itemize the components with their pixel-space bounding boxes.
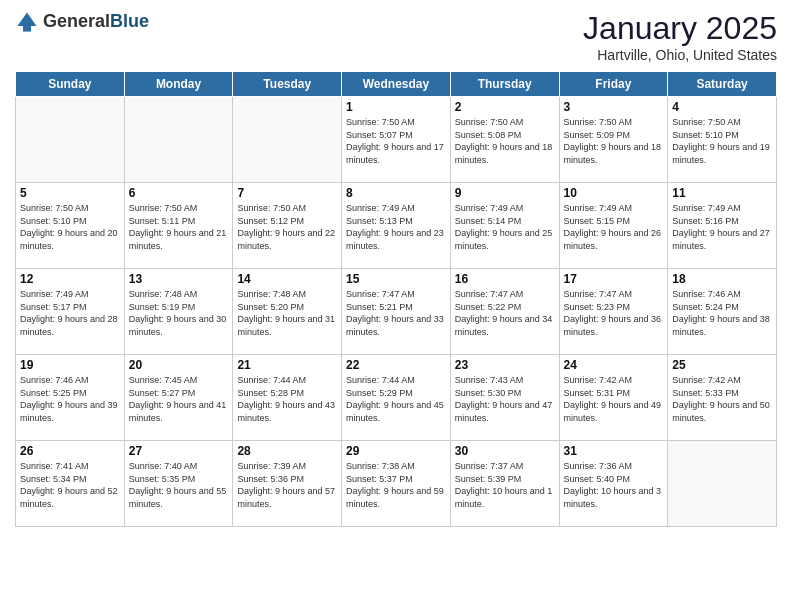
cal-cell: 6Sunrise: 7:50 AM Sunset: 5:11 PM Daylig… [124, 183, 233, 269]
cell-info: Sunrise: 7:49 AM Sunset: 5:17 PM Dayligh… [20, 288, 120, 338]
cal-cell: 30Sunrise: 7:37 AM Sunset: 5:39 PM Dayli… [450, 441, 559, 527]
svg-rect-1 [23, 26, 31, 32]
cal-cell: 25Sunrise: 7:42 AM Sunset: 5:33 PM Dayli… [668, 355, 777, 441]
cal-cell: 31Sunrise: 7:36 AM Sunset: 5:40 PM Dayli… [559, 441, 668, 527]
cal-cell: 15Sunrise: 7:47 AM Sunset: 5:21 PM Dayli… [342, 269, 451, 355]
cal-cell: 21Sunrise: 7:44 AM Sunset: 5:28 PM Dayli… [233, 355, 342, 441]
cell-info: Sunrise: 7:50 AM Sunset: 5:10 PM Dayligh… [20, 202, 120, 252]
cell-info: Sunrise: 7:47 AM Sunset: 5:23 PM Dayligh… [564, 288, 664, 338]
cell-info: Sunrise: 7:39 AM Sunset: 5:36 PM Dayligh… [237, 460, 337, 510]
day-number: 18 [672, 272, 772, 286]
day-number: 24 [564, 358, 664, 372]
day-number: 14 [237, 272, 337, 286]
day-number: 5 [20, 186, 120, 200]
day-number: 17 [564, 272, 664, 286]
cal-cell: 22Sunrise: 7:44 AM Sunset: 5:29 PM Dayli… [342, 355, 451, 441]
cell-info: Sunrise: 7:47 AM Sunset: 5:21 PM Dayligh… [346, 288, 446, 338]
day-number: 31 [564, 444, 664, 458]
cell-info: Sunrise: 7:44 AM Sunset: 5:29 PM Dayligh… [346, 374, 446, 424]
location-subtitle: Hartville, Ohio, United States [583, 47, 777, 63]
cell-info: Sunrise: 7:40 AM Sunset: 5:35 PM Dayligh… [129, 460, 229, 510]
cal-cell: 14Sunrise: 7:48 AM Sunset: 5:20 PM Dayli… [233, 269, 342, 355]
day-number: 8 [346, 186, 446, 200]
cell-info: Sunrise: 7:50 AM Sunset: 5:12 PM Dayligh… [237, 202, 337, 252]
day-header-tuesday: Tuesday [233, 72, 342, 97]
cal-cell: 9Sunrise: 7:49 AM Sunset: 5:14 PM Daylig… [450, 183, 559, 269]
calendar-week-5: 26Sunrise: 7:41 AM Sunset: 5:34 PM Dayli… [16, 441, 777, 527]
header: GeneralBlue January 2025 Hartville, Ohio… [15, 10, 777, 63]
cal-cell [668, 441, 777, 527]
cell-info: Sunrise: 7:46 AM Sunset: 5:25 PM Dayligh… [20, 374, 120, 424]
cell-info: Sunrise: 7:50 AM Sunset: 5:10 PM Dayligh… [672, 116, 772, 166]
cell-info: Sunrise: 7:48 AM Sunset: 5:20 PM Dayligh… [237, 288, 337, 338]
cal-cell: 28Sunrise: 7:39 AM Sunset: 5:36 PM Dayli… [233, 441, 342, 527]
day-number: 10 [564, 186, 664, 200]
day-number: 26 [20, 444, 120, 458]
cell-info: Sunrise: 7:42 AM Sunset: 5:31 PM Dayligh… [564, 374, 664, 424]
cal-cell: 8Sunrise: 7:49 AM Sunset: 5:13 PM Daylig… [342, 183, 451, 269]
cell-info: Sunrise: 7:50 AM Sunset: 5:09 PM Dayligh… [564, 116, 664, 166]
cell-info: Sunrise: 7:50 AM Sunset: 5:11 PM Dayligh… [129, 202, 229, 252]
cal-cell: 17Sunrise: 7:47 AM Sunset: 5:23 PM Dayli… [559, 269, 668, 355]
day-header-monday: Monday [124, 72, 233, 97]
day-number: 7 [237, 186, 337, 200]
day-number: 12 [20, 272, 120, 286]
day-number: 23 [455, 358, 555, 372]
day-number: 15 [346, 272, 446, 286]
cell-info: Sunrise: 7:45 AM Sunset: 5:27 PM Dayligh… [129, 374, 229, 424]
calendar-week-1: 1Sunrise: 7:50 AM Sunset: 5:07 PM Daylig… [16, 97, 777, 183]
day-number: 3 [564, 100, 664, 114]
day-number: 2 [455, 100, 555, 114]
cal-cell: 11Sunrise: 7:49 AM Sunset: 5:16 PM Dayli… [668, 183, 777, 269]
cell-info: Sunrise: 7:41 AM Sunset: 5:34 PM Dayligh… [20, 460, 120, 510]
cal-cell: 16Sunrise: 7:47 AM Sunset: 5:22 PM Dayli… [450, 269, 559, 355]
day-number: 29 [346, 444, 446, 458]
cell-info: Sunrise: 7:44 AM Sunset: 5:28 PM Dayligh… [237, 374, 337, 424]
day-header-sunday: Sunday [16, 72, 125, 97]
day-number: 22 [346, 358, 446, 372]
cal-cell: 26Sunrise: 7:41 AM Sunset: 5:34 PM Dayli… [16, 441, 125, 527]
cal-cell: 29Sunrise: 7:38 AM Sunset: 5:37 PM Dayli… [342, 441, 451, 527]
cal-cell: 5Sunrise: 7:50 AM Sunset: 5:10 PM Daylig… [16, 183, 125, 269]
svg-marker-0 [17, 12, 36, 26]
cal-cell: 7Sunrise: 7:50 AM Sunset: 5:12 PM Daylig… [233, 183, 342, 269]
cal-cell: 3Sunrise: 7:50 AM Sunset: 5:09 PM Daylig… [559, 97, 668, 183]
calendar-week-2: 5Sunrise: 7:50 AM Sunset: 5:10 PM Daylig… [16, 183, 777, 269]
logo-text: GeneralBlue [43, 12, 149, 32]
logo-icon [15, 10, 39, 34]
cal-cell [233, 97, 342, 183]
cal-cell: 13Sunrise: 7:48 AM Sunset: 5:19 PM Dayli… [124, 269, 233, 355]
day-number: 11 [672, 186, 772, 200]
day-number: 28 [237, 444, 337, 458]
day-number: 21 [237, 358, 337, 372]
day-number: 20 [129, 358, 229, 372]
cell-info: Sunrise: 7:48 AM Sunset: 5:19 PM Dayligh… [129, 288, 229, 338]
cell-info: Sunrise: 7:49 AM Sunset: 5:16 PM Dayligh… [672, 202, 772, 252]
logo: GeneralBlue [15, 10, 149, 34]
cal-cell: 20Sunrise: 7:45 AM Sunset: 5:27 PM Dayli… [124, 355, 233, 441]
day-number: 27 [129, 444, 229, 458]
logo-general: General [43, 12, 110, 32]
calendar-week-4: 19Sunrise: 7:46 AM Sunset: 5:25 PM Dayli… [16, 355, 777, 441]
day-number: 16 [455, 272, 555, 286]
cal-cell: 18Sunrise: 7:46 AM Sunset: 5:24 PM Dayli… [668, 269, 777, 355]
cell-info: Sunrise: 7:43 AM Sunset: 5:30 PM Dayligh… [455, 374, 555, 424]
calendar-table: SundayMondayTuesdayWednesdayThursdayFrid… [15, 71, 777, 527]
cell-info: Sunrise: 7:50 AM Sunset: 5:08 PM Dayligh… [455, 116, 555, 166]
calendar-container: GeneralBlue January 2025 Hartville, Ohio… [0, 0, 792, 532]
day-header-saturday: Saturday [668, 72, 777, 97]
cell-info: Sunrise: 7:46 AM Sunset: 5:24 PM Dayligh… [672, 288, 772, 338]
cal-cell: 27Sunrise: 7:40 AM Sunset: 5:35 PM Dayli… [124, 441, 233, 527]
month-title: January 2025 [583, 10, 777, 47]
day-header-thursday: Thursday [450, 72, 559, 97]
cell-info: Sunrise: 7:47 AM Sunset: 5:22 PM Dayligh… [455, 288, 555, 338]
day-number: 30 [455, 444, 555, 458]
day-number: 6 [129, 186, 229, 200]
day-number: 13 [129, 272, 229, 286]
cal-cell: 10Sunrise: 7:49 AM Sunset: 5:15 PM Dayli… [559, 183, 668, 269]
day-number: 4 [672, 100, 772, 114]
cal-cell [16, 97, 125, 183]
title-block: January 2025 Hartville, Ohio, United Sta… [583, 10, 777, 63]
cal-cell: 1Sunrise: 7:50 AM Sunset: 5:07 PM Daylig… [342, 97, 451, 183]
cal-cell [124, 97, 233, 183]
